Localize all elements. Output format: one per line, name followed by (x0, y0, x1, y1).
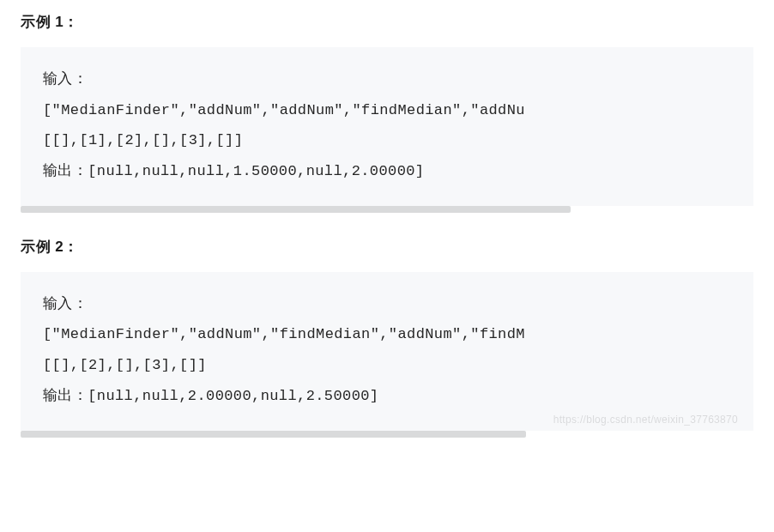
document-content: 示例 1： 输入： ["MedianFinder","addNum","addN… (21, 12, 753, 438)
input-ops-line: ["MedianFinder","addNum","findMedian","a… (43, 326, 525, 342)
example-1-code: 输入： ["MedianFinder","addNum","addNum","f… (21, 47, 753, 206)
output-value: [null,null,null,1.50000,null,2.00000] (88, 163, 424, 179)
output-label: 输出： (43, 163, 88, 179)
example-1-block: 输入： ["MedianFinder","addNum","addNum","f… (21, 47, 753, 213)
input-label: 输入： (43, 296, 88, 312)
example-2-code: 输入： ["MedianFinder","addNum","findMedian… (21, 272, 753, 431)
output-value: [null,null,2.00000,null,2.50000] (88, 388, 378, 404)
watermark-text: https://blog.csdn.net/weixin_37763870 (553, 414, 738, 426)
input-ops-line: ["MedianFinder","addNum","addNum","findM… (43, 102, 525, 118)
input-label: 输入： (43, 71, 88, 88)
horizontal-scrollbar-track[interactable] (21, 431, 753, 438)
input-args-line: [[],[2],[],[3],[]] (43, 357, 207, 373)
input-args-line: [[],[1],[2],[],[3],[]] (43, 132, 243, 148)
horizontal-scrollbar-thumb[interactable] (21, 206, 571, 213)
example-2-label: 示例 2： (21, 237, 753, 257)
horizontal-scrollbar-track[interactable] (21, 206, 753, 213)
output-label: 输出： (43, 388, 88, 404)
example-1-label: 示例 1： (21, 12, 753, 32)
horizontal-scrollbar-thumb[interactable] (21, 431, 526, 438)
